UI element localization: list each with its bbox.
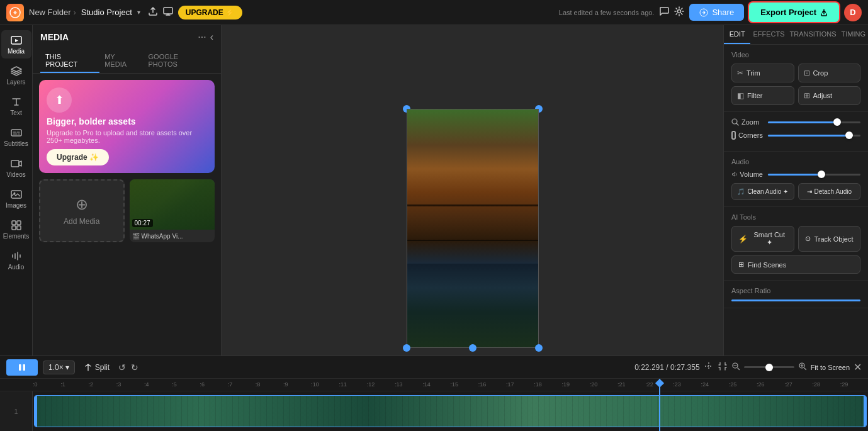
corners-slider-thumb[interactable] [845,132,853,139]
media-tab-project[interactable]: THIS PROJECT [40,49,99,73]
svg-point-2 [678,9,681,13]
track-clip[interactable] [34,395,867,427]
sidebar-item-subtitles[interactable]: Subtitles [1,123,31,151]
media-panel-title: MEDIA [40,32,69,42]
volume-slider-track[interactable] [768,174,860,176]
comment-btn[interactable] [659,6,669,19]
corners-slider-fill [768,135,849,137]
zoom-slider[interactable] [744,366,794,368]
folder-name[interactable]: New Folder [29,8,70,17]
sidebar-item-media[interactable]: Media [1,30,31,59]
fit-to-screen-btn[interactable]: Fit to Screen [811,364,850,371]
settings-btn[interactable] [674,6,684,19]
zoom-slider-thumb[interactable] [765,364,773,371]
zoom-slider-track[interactable] [768,121,860,123]
media-tab-google[interactable]: GOOGLE PHOTOS [144,49,213,73]
upgrade-banner-icon: ⬆ [47,87,72,113]
adjust-btn[interactable]: ⊞ Adjust [798,86,861,105]
timeline-controls: 1.0× ▾ Split ↺ ↻ 0:22.291 / 0:27.355 [0,356,868,379]
export-btn[interactable]: Export Project [749,3,839,22]
clean-audio-btn[interactable]: 🎵 Clean Audio ✦ [731,183,794,200]
ruler-mark: :11 [339,381,347,388]
handle-bottom-center[interactable] [469,344,476,352]
redo-btn[interactable]: ↻ [131,362,138,372]
tab-edit[interactable]: EDIT [724,25,750,44]
tab-effects[interactable]: EFFECTS [750,25,787,44]
clip-left-handle[interactable] [35,396,37,427]
zoom-in-btn[interactable] [798,362,807,372]
ruler-mark: :7 [228,381,233,388]
upload-btn[interactable] [148,6,158,19]
media-panel-dots-btn[interactable]: ··· [198,31,206,43]
aspect-ratio-label: Aspect Ratio [731,287,860,294]
detach-audio-btn[interactable]: ⇥ Detach Audio [798,183,861,200]
project-dropdown-btn[interactable]: ▾ [137,9,140,16]
zoom-slider-thumb[interactable] [833,118,841,126]
volume-slider-thumb[interactable] [818,171,825,178]
sidebar-label-audio: Audio [8,264,25,271]
play-pause-btn[interactable] [6,359,38,376]
svg-rect-10 [17,221,21,225]
media-panel-collapse-btn[interactable]: ‹ [210,31,213,43]
ruler-mark: :17 [506,381,514,388]
media-item-video[interactable]: 00:27 🎬 WhatsApp Vi... [130,179,215,242]
monitor-btn[interactable] [163,6,173,19]
filter-btn[interactable]: ◧ Filter [731,86,794,105]
sidebar-item-audio[interactable]: Audio [1,246,31,274]
split-btn[interactable]: Split [80,361,113,374]
ruler-mark: :13 [395,381,403,388]
video-section: Video ✂ Trim ⊡ Crop ◧ Filter ⊞ Adjust [724,45,868,112]
smart-cut-btn[interactable]: ⚡ Smart Cut ✦ [731,226,794,252]
sidebar-item-elements[interactable]: Elements [1,215,31,243]
volume-label: Volume [731,171,763,178]
video-frame [407,109,539,348]
upgrade-banner-btn[interactable]: Upgrade ✨ [47,149,109,165]
share-btn[interactable]: Share [689,4,744,21]
crop-label: Crop [813,69,828,77]
tab-transitions[interactable]: TRANSITIONS [787,25,839,44]
upgrade-btn[interactable]: UPGRADE ⚡ [178,6,242,20]
close-timeline-btn[interactable]: ✕ [854,361,862,373]
find-scenes-btn[interactable]: ⊞ Find Scenes [731,255,860,274]
clip-right-handle[interactable] [864,396,866,427]
trim-btn[interactable]: ✂ Trim [731,64,794,82]
add-media-label: Add Media [64,217,99,226]
edited-status: Last edited a few seconds ago. [559,9,655,16]
sidebar-item-images[interactable]: Images [1,184,31,213]
corners-slider-track[interactable] [768,135,860,137]
ruler-mark: :4 [144,381,149,388]
sidebar-item-layers[interactable]: Layers [1,61,31,89]
crop-icon: ⊡ [804,69,810,77]
project-name[interactable]: Studio Project [81,8,132,17]
track-clip-texture [35,396,866,427]
track-object-btn[interactable]: ⊙ Track Object [798,226,861,252]
crop-btn[interactable]: ⊡ Crop [798,64,861,82]
add-media-btn[interactable]: ⊕ Add Media [39,179,125,242]
sidebar-label-text: Text [10,109,21,116]
split-tool-btn[interactable] [704,361,714,373]
sidebar-item-videos[interactable]: Videos [1,154,31,182]
track-object-label: Track Object [814,235,854,243]
speed-btn[interactable]: 1.0× ▾ [43,361,75,374]
ruler-marks: :0:1:2:3:4:5:6:7:8:9:10:11:12:13:14:15:1… [33,379,868,391]
tab-timing[interactable]: TIMING [839,25,869,44]
app-logo[interactable] [6,4,24,21]
ruler-mark: :12 [367,381,375,388]
undo-btn[interactable]: ↺ [118,362,126,372]
video-section-label: Video [731,51,860,59]
zoom-section: Zoom Corners [724,112,868,152]
sidebar-item-text[interactable]: Text [1,92,31,120]
user-avatar[interactable]: D [844,4,862,21]
zoom-out-btn[interactable] [731,362,740,372]
handle-bottom-right[interactable] [535,344,543,352]
ruler-mark: :27 [784,381,792,388]
media-tab-my[interactable]: MY MEDIA [99,49,143,73]
handle-bottom-left[interactable] [403,344,410,352]
fit-timeline-btn[interactable] [718,361,728,373]
timeline-area: 1.0× ▾ Split ↺ ↻ 0:22.291 / 0:27.355 [0,355,868,431]
svg-rect-1 [164,8,172,14]
svg-rect-14 [19,364,21,371]
audio-btn-row: 🎵 Clean Audio ✦ ⇥ Detach Audio [731,183,860,200]
scenes-icon: ⊞ [738,260,744,269]
svg-rect-6 [11,160,19,167]
